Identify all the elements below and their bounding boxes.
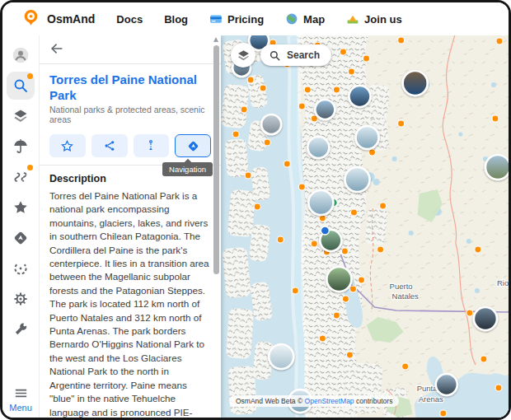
share-action-button[interactable] [91,134,128,157]
poi-dot[interactable] [247,77,254,83]
sidebar-item-weather[interactable] [7,133,35,161]
nav-item-join-us[interactable]: Join us [346,12,402,26]
navigation-icon [12,230,29,246]
photo-marker[interactable] [436,374,457,395]
photo-marker[interactable] [261,114,281,134]
account-icon [12,46,30,64]
poi-dot[interactable] [358,277,364,283]
notification-badge [27,73,33,79]
photo-marker[interactable] [345,167,369,192]
poi-dot[interactable] [349,286,356,292]
scrollbar-up-arrow[interactable] [213,37,218,42]
poi-dot[interactable] [340,49,346,55]
nav-item-pricing[interactable]: Pricing [209,12,264,26]
poi-dot[interactable] [492,115,499,122]
openstreetmap-link[interactable]: OpenStreetMap [305,397,354,405]
poi-dot[interactable] [341,248,348,254]
camp-icon [346,12,359,26]
poi-dot[interactable] [475,246,481,253]
photo-marker[interactable] [307,137,329,158]
poi-dot[interactable] [311,240,317,247]
photo-marker[interactable] [474,307,497,330]
selected-poi-dot[interactable] [321,226,329,235]
track-icon [12,169,29,185]
photo-marker[interactable] [326,267,351,292]
poi-dot[interactable] [380,203,387,209]
poi-dot[interactable] [319,335,326,342]
poi-dot[interactable] [333,86,340,93]
menu-button[interactable]: Menu [9,385,32,413]
poi-dot[interactable] [245,172,251,179]
sidebar-item-map-layers[interactable] [7,102,35,130]
nav-items: DocsBlogPricingMapJoin us [116,12,401,26]
search-label: Search [287,49,320,61]
nav-item-map[interactable]: Map [285,12,325,26]
poi-dot[interactable] [495,385,502,391]
poi-dot[interactable] [402,363,409,370]
photo-marker[interactable] [349,86,370,107]
poi-dot[interactable] [350,209,357,216]
map-search-button[interactable]: Search [260,44,331,66]
poi-dot[interactable] [284,161,290,167]
poi-dot[interactable] [346,352,353,358]
photo-marker[interactable] [315,100,335,119]
poi-dot[interactable] [369,149,376,156]
top-navbar: OsmAnd DocsBlogPricingMapJoin us [2,2,509,35]
sidebar-item-trip-recording[interactable] [7,254,35,282]
photo-marker[interactable] [485,155,509,180]
sidebar-item-navigation[interactable] [7,224,35,252]
sidebar-item-settings[interactable] [7,285,35,313]
poi-dot[interactable] [260,85,266,91]
photo-marker[interactable] [269,344,293,369]
poi-dot[interactable] [292,287,298,294]
settings-icon [12,291,29,307]
brand[interactable]: OsmAnd [22,9,95,29]
favorite-action-button[interactable] [49,134,86,157]
nav-item-docs[interactable]: Docs [116,13,143,26]
sidebar-item-tools[interactable] [7,315,35,343]
photo-marker[interactable] [355,126,378,149]
poi-dot[interactable] [466,310,473,316]
photo-marker[interactable] [403,71,428,96]
attribution-prefix: OsmAnd Web Beta © [236,397,305,405]
poi-dot[interactable] [496,38,503,44]
poi-dot[interactable] [398,120,405,127]
osmand-logo-icon [22,9,40,29]
back-button[interactable] [49,41,64,56]
poi-dot[interactable] [241,106,247,113]
poi-subtitle: National parks & protected areas, scenic… [40,105,221,132]
poi-dot[interactable] [254,203,260,210]
poi-dot[interactable] [298,103,305,110]
poi-dot[interactable] [304,86,311,93]
poi-dot[interactable] [333,312,340,319]
map-layers-button[interactable] [231,43,256,68]
map-canvas[interactable]: PuertoNatalesPuntaArenasRio Search OsmAn… [221,35,509,418]
poi-dot[interactable] [298,184,305,190]
sidebar-item-account[interactable] [7,41,35,69]
sidebar-item-search[interactable] [7,72,35,100]
nav-item-blog[interactable]: Blog [164,13,188,26]
panel-scrollbar[interactable] [213,45,219,274]
photo-marker[interactable] [308,190,333,215]
directions-action-button[interactable] [134,134,170,157]
poi-dot[interactable] [377,246,384,253]
poi-dot[interactable] [277,236,284,243]
poi-dot[interactable] [264,139,270,146]
poi-dot[interactable] [440,410,447,417]
card-icon [209,12,223,26]
navigation-action-button[interactable] [175,134,211,157]
poi-detail-panel: Torres del Paine National Park National … [39,35,221,418]
map-place-label: Punta [417,384,438,393]
poi-dot[interactable] [398,37,405,44]
poi-dot[interactable] [348,68,354,75]
nav-item-label: Pricing [227,13,264,26]
sidebar-item-favorites[interactable] [7,194,35,222]
poi-dot[interactable] [232,131,239,138]
sidebar-item-tracks[interactable] [7,163,35,191]
description-text: Torres del Paine National Park is a nati… [40,189,221,418]
map-attribution: OsmAnd Web Beta © OpenStreetMap contribu… [229,395,399,407]
poi-dot[interactable] [481,356,487,362]
poi-dot[interactable] [363,55,369,62]
poi-dot[interactable] [342,296,349,302]
globe-icon [285,12,298,26]
